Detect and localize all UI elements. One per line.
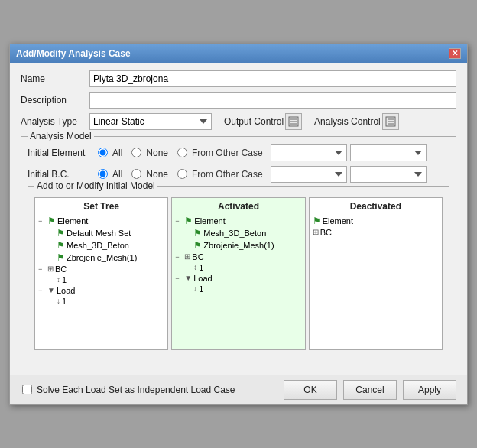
initial-bc-label: Initial B.C. xyxy=(28,169,96,180)
analysis-control-label: Analysis Control xyxy=(314,116,381,127)
initial-element-other-label: From Other Case xyxy=(192,148,263,158)
activated-header: Activated xyxy=(175,201,301,212)
output-control-button[interactable] xyxy=(285,113,302,130)
footer-buttons: OK Cancel Apply xyxy=(284,380,456,400)
initial-bc-all-radio[interactable] xyxy=(98,169,108,179)
solve-each-checkbox[interactable] xyxy=(22,385,32,394)
tree-node-label: Mesh_3D_Beton xyxy=(203,229,266,238)
tree-node-label: Mesh_3D_Beton xyxy=(67,241,129,250)
name-input[interactable] xyxy=(89,70,456,87)
initial-bc-none-label: None xyxy=(146,169,168,180)
ok-button[interactable]: OK xyxy=(284,380,337,400)
tree-node-label: 1 xyxy=(62,275,67,284)
flag-icon: ⚑ xyxy=(193,240,202,251)
dialog: Add/Modify Analysis Case ✕ Name Descript… xyxy=(9,44,468,405)
initial-element-all-radio[interactable] xyxy=(98,148,108,157)
flag-icon: ⚑ xyxy=(47,216,56,226)
tree-node[interactable]: − ▼ Load xyxy=(175,273,301,284)
analysis-model-group: Analysis Model Initial Element All None … xyxy=(21,136,456,362)
bc-icon: ⊞ xyxy=(184,252,190,261)
initial-element-none-radio[interactable] xyxy=(131,148,141,157)
tree-node[interactable]: ↓ 1 xyxy=(175,284,301,294)
apply-button[interactable]: Apply xyxy=(403,380,456,400)
set-tree-panel[interactable]: Set Tree − ⚑ Element ⚑ Default Mesh Set xyxy=(34,197,168,350)
tree-node-label: Load xyxy=(57,286,75,295)
expand-icon: − xyxy=(175,253,184,261)
bc-item-icon: ↕ xyxy=(193,263,197,271)
expand-icon: − xyxy=(38,287,47,294)
tree-node-label: 1 xyxy=(199,263,203,272)
load-item-icon: ↓ xyxy=(57,297,60,305)
tree-node-label: Load xyxy=(193,274,212,283)
tree-node[interactable]: ⊞ BC xyxy=(313,227,439,238)
tree-node[interactable]: − ▼ Load xyxy=(38,285,164,296)
expand-icon: − xyxy=(38,265,47,273)
tree-node[interactable]: ⚑ Mesh_3D_Beton xyxy=(175,227,301,239)
title-bar: Add/Modify Analysis Case ✕ xyxy=(10,44,467,63)
initial-element-none-label: None xyxy=(146,148,168,158)
tree-node-label: Zbrojenie_Mesh(1) xyxy=(203,241,274,250)
initial-bc-other-label: From Other Case xyxy=(192,169,263,180)
solve-each-label: Solve Each Load Set as Independent Load … xyxy=(37,385,235,395)
model-section-title: Add to or Modify Initial Model xyxy=(34,180,157,191)
tree-node-label: Element xyxy=(194,216,225,226)
flag-icon: ⚑ xyxy=(57,252,65,263)
analysis-type-select[interactable]: Linear Static Nonlinear Static Modal xyxy=(89,113,212,130)
dialog-title: Add/Modify Analysis Case xyxy=(16,48,131,59)
tree-node[interactable]: ↕ 1 xyxy=(175,262,301,273)
tree-node-label: Zbrojenie_Mesh(1) xyxy=(67,253,137,262)
name-row: Name xyxy=(21,70,456,87)
deactivated-header: Deactivated xyxy=(313,201,439,212)
initial-element-radios: All None From Other Case xyxy=(96,144,427,161)
tree-node-label: 1 xyxy=(199,284,203,294)
tree-node[interactable]: − ⚑ Element xyxy=(38,215,164,227)
initial-element-all-label: All xyxy=(112,148,122,158)
load-item-icon: ↓ xyxy=(193,284,197,293)
tree-node[interactable]: − ⊞ BC xyxy=(38,264,164,274)
initial-element-label: Initial Element xyxy=(28,148,96,158)
analysis-control-button[interactable] xyxy=(382,113,399,130)
bc-icon: ⊞ xyxy=(47,265,54,273)
output-control-icon xyxy=(288,116,299,127)
cancel-button[interactable]: Cancel xyxy=(343,380,397,400)
description-input[interactable] xyxy=(89,92,456,109)
close-button[interactable]: ✕ xyxy=(449,48,461,59)
load-icon: ▼ xyxy=(47,286,55,294)
initial-bc-sub-select[interactable] xyxy=(350,166,427,183)
flag-icon: ⚑ xyxy=(184,216,193,226)
tree-node[interactable]: ↕ 1 xyxy=(38,274,164,285)
tree-node-label: BC xyxy=(55,265,67,274)
initial-element-other-radio[interactable] xyxy=(177,148,187,157)
tree-node[interactable]: ⚑ Zbrojenie_Mesh(1) xyxy=(175,239,301,252)
expand-icon: − xyxy=(38,217,47,225)
tree-node[interactable]: ⚑ Element xyxy=(313,215,439,227)
initial-bc-all-label: All xyxy=(112,169,122,180)
initial-bc-other-radio[interactable] xyxy=(177,169,187,179)
tree-node[interactable]: ↓ 1 xyxy=(38,296,164,307)
tree-node-label: Element xyxy=(323,216,353,226)
bc-icon: ⊞ xyxy=(313,228,319,236)
tree-node[interactable]: − ⊞ BC xyxy=(175,252,301,262)
tree-node-label: Default Mesh Set xyxy=(67,229,131,238)
description-label: Description xyxy=(21,95,89,106)
analysis-type-label: Analysis Type xyxy=(21,116,89,127)
activated-panel[interactable]: Activated − ⚑ Element ⚑ Mesh_3D_Beton xyxy=(171,197,305,350)
tree-node[interactable]: − ⚑ Element xyxy=(175,215,301,227)
tree-node-label: Element xyxy=(57,216,88,226)
tree-node[interactable]: ⚑ Zbrojenie_Mesh(1) xyxy=(38,252,164,264)
name-label: Name xyxy=(21,73,89,84)
tree-node-label: BC xyxy=(192,252,203,261)
initial-element-sub-select[interactable] xyxy=(350,144,427,161)
analysis-type-row: Analysis Type Linear Static Nonlinear St… xyxy=(21,113,456,130)
initial-element-case-select[interactable] xyxy=(271,144,347,161)
initial-bc-case-select[interactable] xyxy=(271,166,347,183)
expand-icon: − xyxy=(175,274,184,282)
tree-node[interactable]: ⚑ Default Mesh Set xyxy=(38,227,164,239)
bc-item-icon: ↕ xyxy=(57,275,60,284)
deactivated-panel[interactable]: Deactivated ⚑ Element ⊞ BC xyxy=(309,197,443,350)
tree-node-label: 1 xyxy=(62,297,67,306)
initial-bc-none-radio[interactable] xyxy=(131,169,141,179)
tree-node[interactable]: ⚑ Mesh_3D_Beton xyxy=(38,239,164,252)
analysis-control-icon xyxy=(385,116,396,127)
tree-node-label: BC xyxy=(320,228,332,237)
